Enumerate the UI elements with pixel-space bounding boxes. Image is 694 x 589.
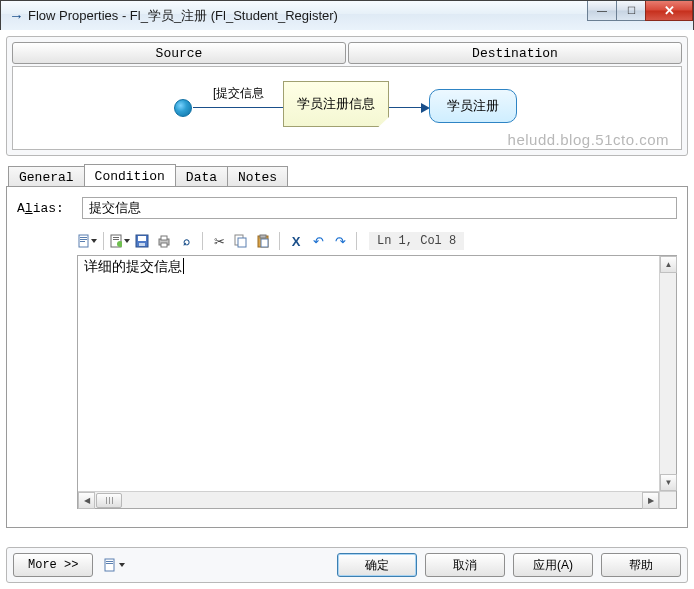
script-menu-icon[interactable] bbox=[101, 553, 127, 577]
svg-rect-2 bbox=[80, 239, 87, 240]
editor-textarea[interactable]: 详细的提交信息 bbox=[78, 256, 659, 491]
tab-notes[interactable]: Notes bbox=[227, 166, 288, 187]
find-icon[interactable]: ⌕ bbox=[176, 231, 196, 251]
svg-rect-10 bbox=[139, 243, 145, 246]
edge-line-2 bbox=[389, 107, 423, 108]
new-script-icon[interactable] bbox=[77, 231, 97, 251]
svg-rect-15 bbox=[238, 238, 246, 247]
apply-button[interactable]: 应用(A) bbox=[513, 553, 593, 577]
alias-label: Alias: bbox=[17, 201, 72, 216]
scroll-thumb[interactable] bbox=[96, 493, 122, 508]
tab-strip: General Condition Data Notes bbox=[6, 164, 688, 186]
paste-icon[interactable] bbox=[253, 231, 273, 251]
destination-button[interactable]: Destination bbox=[348, 42, 682, 64]
text-caret-icon bbox=[183, 258, 184, 274]
source-button[interactable]: Source bbox=[12, 42, 346, 64]
minimize-button[interactable]: — bbox=[587, 0, 617, 21]
more-button[interactable]: More >> bbox=[13, 553, 93, 577]
print-icon[interactable] bbox=[154, 231, 174, 251]
ok-button[interactable]: 确定 bbox=[337, 553, 417, 577]
svg-rect-19 bbox=[105, 559, 114, 571]
tab-general[interactable]: General bbox=[8, 166, 85, 187]
alias-input[interactable] bbox=[82, 197, 677, 219]
svg-rect-13 bbox=[161, 243, 167, 247]
vertical-scrollbar[interactable]: ▲ ▼ bbox=[659, 256, 676, 491]
scroll-down-icon[interactable]: ▼ bbox=[660, 474, 677, 491]
svg-rect-6 bbox=[113, 239, 119, 240]
svg-rect-1 bbox=[80, 237, 87, 238]
tab-data[interactable]: Data bbox=[175, 166, 228, 187]
editor-toolbar: ⌕ ✂ X ↶ ↷ Ln 1, Col 8 bbox=[77, 229, 677, 253]
svg-rect-5 bbox=[113, 237, 119, 238]
flow-diagram: [提交信息 学员注册信息 学员注册 heludd.blog.51cto.com bbox=[12, 66, 682, 150]
edge-label[interactable]: [提交信息 bbox=[213, 85, 264, 102]
svg-rect-18 bbox=[261, 239, 268, 247]
svg-rect-3 bbox=[80, 241, 85, 242]
app-arrow-icon: → bbox=[9, 7, 24, 24]
svg-rect-12 bbox=[161, 236, 167, 240]
maximize-button[interactable]: ☐ bbox=[616, 0, 646, 21]
tab-content: Alias: ⌕ ✂ bbox=[6, 186, 688, 528]
redo-icon[interactable]: ↷ bbox=[330, 231, 350, 251]
title-bar: → Flow Properties - Fl_学员_注册 (Fl_Student… bbox=[1, 1, 693, 31]
horizontal-scrollbar[interactable]: ◀ ▶ bbox=[78, 491, 659, 508]
bottom-bar: More >> 确定 取消 应用(A) 帮助 bbox=[6, 547, 688, 583]
cursor-position: Ln 1, Col 8 bbox=[369, 232, 464, 250]
cut-icon[interactable]: ✂ bbox=[209, 231, 229, 251]
scroll-corner bbox=[659, 491, 676, 508]
save-icon[interactable] bbox=[132, 231, 152, 251]
help-button[interactable]: 帮助 bbox=[601, 553, 681, 577]
cancel-button[interactable]: 取消 bbox=[425, 553, 505, 577]
window-buttons: — ☐ ✕ bbox=[588, 0, 693, 21]
svg-rect-17 bbox=[260, 235, 266, 238]
svg-rect-20 bbox=[106, 561, 113, 562]
watermark-text: heludd.blog.51cto.com bbox=[508, 131, 669, 148]
open-icon[interactable] bbox=[110, 231, 130, 251]
scroll-left-icon[interactable]: ◀ bbox=[78, 492, 95, 509]
editor: 详细的提交信息 ▲ ▼ ◀ ▶ bbox=[77, 255, 677, 509]
scroll-right-icon[interactable]: ▶ bbox=[642, 492, 659, 509]
top-panel: Source Destination [提交信息 学员注册信息 学员注册 hel… bbox=[6, 36, 688, 156]
start-node-icon[interactable] bbox=[174, 99, 192, 117]
copy-icon[interactable] bbox=[231, 231, 251, 251]
svg-rect-9 bbox=[138, 236, 146, 241]
scroll-up-icon[interactable]: ▲ bbox=[660, 256, 677, 273]
edge-line bbox=[193, 107, 283, 108]
tab-condition[interactable]: Condition bbox=[84, 164, 176, 186]
note-node[interactable]: 学员注册信息 bbox=[283, 81, 389, 127]
close-button[interactable]: ✕ bbox=[645, 0, 693, 21]
svg-rect-21 bbox=[106, 563, 113, 564]
undo-icon[interactable]: ↶ bbox=[308, 231, 328, 251]
delete-icon[interactable]: X bbox=[286, 231, 306, 251]
destination-node[interactable]: 学员注册 bbox=[429, 89, 517, 123]
